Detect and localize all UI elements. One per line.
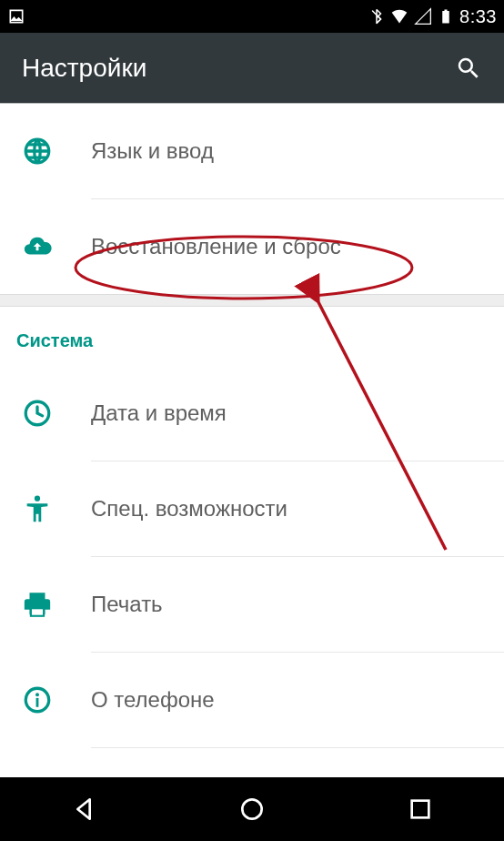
- svg-rect-11: [411, 801, 428, 818]
- navigation-bar: [0, 777, 504, 841]
- status-bar: 8:33: [0, 0, 504, 33]
- row-date-time[interactable]: Дата и время: [0, 366, 504, 461]
- row-about-phone[interactable]: О телефоне: [0, 653, 504, 747]
- row-accessibility[interactable]: Спец. возможности: [0, 461, 504, 556]
- bluetooth-icon: [368, 8, 385, 25]
- page-title: Настройки: [22, 54, 146, 83]
- home-icon[interactable]: [237, 795, 267, 824]
- info-icon: [22, 684, 53, 715]
- row-language-input[interactable]: Язык и ввод: [0, 104, 504, 198]
- row-datetime-label: Дата и время: [91, 400, 504, 426]
- cell-signal-icon: [414, 7, 432, 25]
- row-print[interactable]: Печать: [0, 557, 504, 652]
- svg-point-10: [242, 799, 261, 818]
- row-language-label: Язык и ввод: [91, 138, 504, 164]
- clock-icon: [22, 398, 53, 429]
- row-print-label: Печать: [91, 592, 504, 617]
- wifi-icon: [390, 7, 408, 25]
- section-header-system: Система: [0, 307, 504, 366]
- accessibility-icon: [22, 493, 53, 524]
- search-icon[interactable]: [455, 55, 482, 82]
- svg-rect-7: [36, 698, 39, 707]
- battery-icon: [438, 8, 454, 25]
- section-gap: [0, 294, 504, 307]
- status-time: 8:33: [459, 6, 497, 27]
- app-bar: Настройки: [0, 33, 504, 104]
- svg-rect-3: [31, 608, 44, 616]
- row-backup-reset[interactable]: Восстановление и сброс: [0, 199, 504, 294]
- settings-list: Язык и ввод Восстановление и сброс Систе…: [0, 104, 504, 748]
- row-about-label: О телефоне: [91, 687, 504, 713]
- cloud-upload-icon: [22, 231, 53, 262]
- globe-icon: [22, 136, 53, 167]
- row-accessibility-label: Спец. возможности: [91, 496, 504, 522]
- back-icon[interactable]: [69, 795, 98, 824]
- status-left: [7, 7, 25, 25]
- recent-apps-icon[interactable]: [406, 795, 435, 824]
- status-right: 8:33: [368, 6, 497, 27]
- divider: [91, 747, 504, 748]
- row-reset-label: Восстановление и сброс: [91, 234, 504, 259]
- image-icon: [7, 7, 25, 25]
- printer-icon: [22, 589, 53, 620]
- svg-point-2: [35, 496, 40, 502]
- svg-point-6: [35, 693, 39, 696]
